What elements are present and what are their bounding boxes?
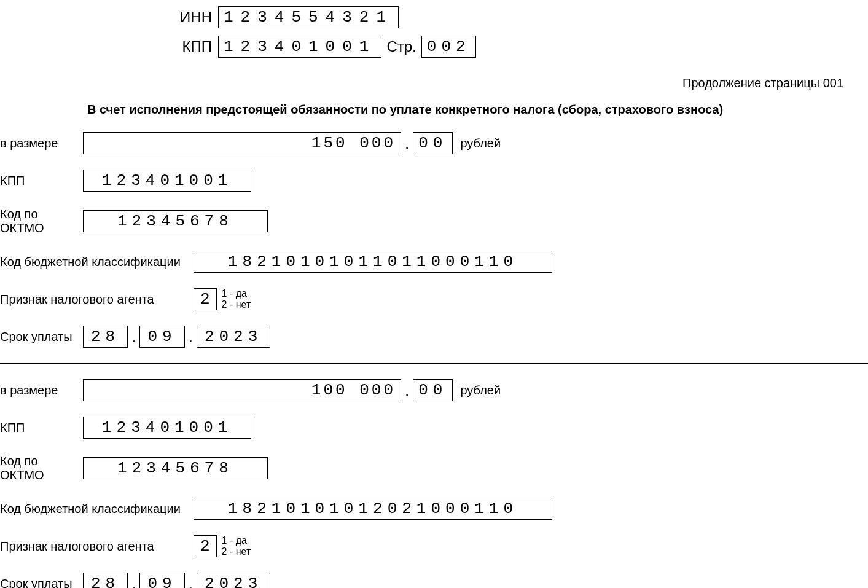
- kpp-value: 123401001: [83, 170, 251, 192]
- agent-label: Признак налогового агента: [0, 292, 194, 307]
- date-year: 2023: [197, 573, 270, 588]
- kpp-top-label: КПП: [0, 38, 212, 55]
- agent-value: 2: [194, 288, 217, 310]
- amount-dot: .: [405, 134, 409, 153]
- kbk-label: Код бюджетной классификации: [0, 502, 194, 516]
- section-title: В счет исполнения предстоящей обязанност…: [87, 103, 868, 117]
- page-value: 002: [421, 36, 476, 58]
- kpp-row: КПП 123401001: [0, 170, 868, 192]
- oktmo-label: Код по ОКТМО: [0, 207, 83, 235]
- oktmo-label: Код по ОКТМО: [0, 454, 83, 482]
- amount-label: в размере: [0, 136, 83, 151]
- oktmo-value: 12345678: [83, 457, 268, 479]
- date-dot2: .: [189, 574, 193, 589]
- agent-legend-2: 2 - нет: [222, 299, 251, 310]
- date-dot1: .: [131, 327, 136, 347]
- due-date-row: Срок уплаты 28 . 09 . 2023: [0, 573, 868, 588]
- kbk-row: Код бюджетной классификации 182101010120…: [0, 498, 868, 520]
- date-day: 28: [83, 326, 128, 348]
- amount-kop-value: 00: [413, 132, 453, 154]
- due-date-label: Срок уплаты: [0, 577, 83, 589]
- kpp-top-row: КПП 123401001 Стр. 002: [0, 36, 868, 58]
- kbk-row: Код бюджетной классификации 182101010110…: [0, 251, 868, 273]
- inn-row: ИНН 1234554321: [0, 6, 868, 28]
- date-dot2: .: [189, 327, 193, 347]
- amount-kop-value: 00: [413, 379, 453, 401]
- block-divider: [0, 363, 868, 364]
- date-year: 2023: [197, 326, 270, 348]
- inn-value: 1234554321: [218, 6, 399, 28]
- agent-legend-1: 1 - да: [222, 288, 251, 299]
- kbk-label: Код бюджетной классификации: [0, 255, 194, 269]
- kpp-value: 123401001: [83, 417, 251, 439]
- document-header: ИНН 1234554321 КПП 123401001 Стр. 002: [0, 6, 868, 58]
- agent-label: Признак налогового агента: [0, 539, 194, 554]
- amount-rub-value: 150 000: [83, 132, 401, 154]
- agent-legend: 1 - да 2 - нет: [222, 288, 251, 310]
- oktmo-value: 12345678: [83, 210, 268, 232]
- inn-label: ИНН: [0, 9, 212, 26]
- due-date-label: Срок уплаты: [0, 330, 83, 344]
- rubles-label: рублей: [460, 383, 501, 398]
- amount-rub-value: 100 000: [83, 379, 401, 401]
- amount-row: в размере 100 000 . 00 рублей: [0, 379, 868, 401]
- kpp-top-value: 123401001: [218, 36, 381, 58]
- kbk-value: 18210101012021000110: [194, 498, 552, 520]
- page-label: Стр.: [386, 38, 416, 55]
- due-date-row: Срок уплаты 28 . 09 . 2023: [0, 326, 868, 348]
- oktmo-row: Код по ОКТМО 12345678: [0, 454, 868, 482]
- kpp-row: КПП 123401001: [0, 417, 868, 439]
- kpp-label: КПП: [0, 174, 83, 188]
- date-month: 09: [139, 326, 184, 348]
- date-day: 28: [83, 573, 128, 588]
- kpp-label: КПП: [0, 421, 83, 435]
- amount-label: в размере: [0, 383, 83, 398]
- kbk-value: 18210101011011000110: [194, 251, 552, 273]
- date-month: 09: [139, 573, 184, 588]
- agent-row: Признак налогового агента 2 1 - да 2 - н…: [0, 288, 868, 310]
- agent-legend-1: 1 - да: [222, 535, 251, 546]
- agent-legend: 1 - да 2 - нет: [222, 535, 251, 557]
- agent-row: Признак налогового агента 2 1 - да 2 - н…: [0, 535, 868, 557]
- agent-legend-2: 2 - нет: [222, 546, 251, 557]
- continuation-text: Продолжение страницы 001: [0, 76, 843, 90]
- amount-dot: .: [405, 381, 409, 400]
- date-dot1: .: [131, 574, 136, 589]
- rubles-label: рублей: [460, 136, 501, 151]
- oktmo-row: Код по ОКТМО 12345678: [0, 207, 868, 235]
- agent-value: 2: [194, 535, 217, 557]
- amount-row: в размере 150 000 . 00 рублей: [0, 132, 868, 154]
